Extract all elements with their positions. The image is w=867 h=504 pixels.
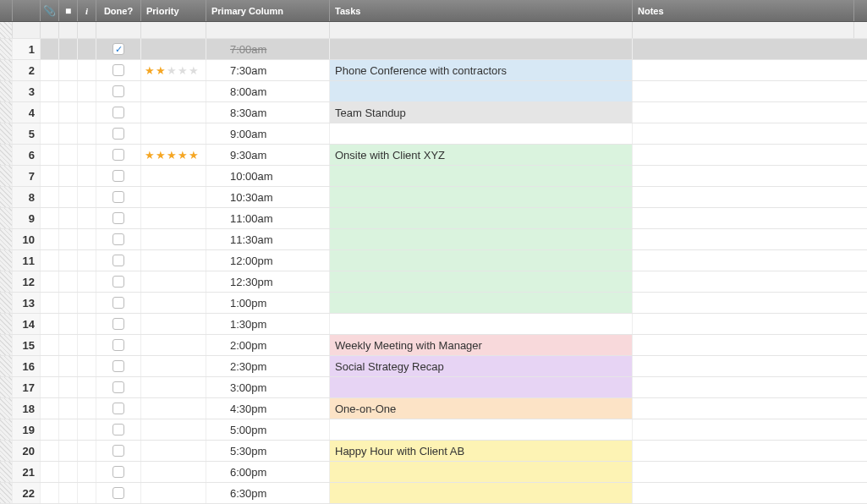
table-row[interactable]: 810:30am: [0, 187, 867, 208]
done-cell[interactable]: [96, 123, 141, 144]
primary-cell[interactable]: 10:00am: [206, 166, 330, 186]
row-number[interactable]: 11: [13, 250, 41, 271]
flag-cell[interactable]: [59, 314, 78, 334]
notes-cell[interactable]: [633, 441, 854, 461]
task-cell[interactable]: [330, 39, 633, 59]
table-row[interactable]: 162:30pmSocial Strategy Recap: [0, 356, 867, 377]
info-cell[interactable]: [78, 419, 96, 440]
done-cell[interactable]: [96, 335, 141, 355]
priority-cell[interactable]: [141, 250, 206, 271]
flag-cell[interactable]: [59, 60, 78, 80]
row-number[interactable]: 4: [13, 102, 41, 123]
priority-cell[interactable]: [141, 229, 206, 249]
primary-cell[interactable]: 9:00am: [206, 123, 330, 144]
row-number[interactable]: 21: [13, 462, 41, 482]
row-handle[interactable]: [0, 250, 13, 271]
table-row[interactable]: 1✓7:00am: [0, 39, 867, 60]
info-cell[interactable]: [78, 123, 96, 144]
done-checkbox[interactable]: [112, 255, 124, 266]
priority-cell[interactable]: [141, 187, 206, 207]
info-cell[interactable]: [78, 293, 96, 313]
table-row[interactable]: 1112:00pm: [0, 250, 867, 271]
notes-cell[interactable]: [633, 356, 854, 376]
done-checkbox[interactable]: [112, 339, 124, 351]
done-checkbox[interactable]: [112, 424, 124, 436]
attachment-cell[interactable]: [41, 208, 59, 228]
done-cell[interactable]: [96, 271, 141, 292]
info-cell[interactable]: [78, 356, 96, 376]
notes-cell[interactable]: [633, 250, 854, 271]
row-handle[interactable]: [0, 335, 13, 355]
info-header[interactable]: i: [78, 0, 96, 21]
flag-cell[interactable]: [59, 166, 78, 186]
row-number[interactable]: 3: [13, 81, 41, 101]
priority-cell[interactable]: [141, 419, 206, 440]
priority-cell[interactable]: [141, 335, 206, 355]
flag-cell[interactable]: [59, 81, 78, 101]
notes-cell[interactable]: [633, 60, 854, 80]
attachment-header[interactable]: 📎: [41, 0, 59, 21]
star-rating[interactable]: ★★★★★: [145, 149, 199, 162]
done-checkbox[interactable]: [112, 466, 124, 478]
table-row[interactable]: 216:00pm: [0, 462, 867, 483]
row-handle[interactable]: [0, 123, 13, 144]
task-cell[interactable]: [330, 462, 633, 482]
task-cell[interactable]: [330, 419, 633, 440]
attachment-cell[interactable]: [41, 229, 59, 249]
notes-cell[interactable]: [633, 462, 854, 482]
done-cell[interactable]: [96, 293, 141, 313]
flag-cell[interactable]: [59, 483, 78, 503]
priority-cell[interactable]: ★★★★★: [141, 145, 206, 165]
done-checkbox[interactable]: [112, 212, 124, 224]
done-checkbox[interactable]: [112, 360, 124, 372]
task-cell[interactable]: Social Strategy Recap: [330, 356, 633, 376]
primary-cell[interactable]: 7:30am: [206, 60, 330, 80]
attachment-cell[interactable]: [41, 271, 59, 292]
flag-cell[interactable]: [59, 187, 78, 207]
task-cell[interactable]: [330, 377, 633, 397]
table-row[interactable]: 173:00pm: [0, 377, 867, 398]
primary-cell[interactable]: 8:00am: [206, 81, 330, 101]
primary-cell[interactable]: 11:00am: [206, 208, 330, 228]
attachment-cell[interactable]: [41, 293, 59, 313]
row-number[interactable]: 17: [13, 377, 41, 397]
table-row[interactable]: 1212:30pm: [0, 271, 867, 293]
done-cell[interactable]: [96, 145, 141, 165]
primary-cell[interactable]: 1:00pm: [206, 293, 330, 313]
flag-cell[interactable]: [59, 398, 78, 419]
row-handle[interactable]: [0, 102, 13, 123]
row-handle[interactable]: [0, 229, 13, 249]
notes-cell[interactable]: [633, 335, 854, 355]
notes-cell[interactable]: [633, 293, 854, 313]
done-cell[interactable]: [96, 250, 141, 271]
task-cell[interactable]: Happy Hour with Client AB: [330, 441, 633, 461]
attachment-cell[interactable]: [41, 81, 59, 101]
notes-cell[interactable]: [633, 187, 854, 207]
row-number[interactable]: 13: [13, 293, 41, 313]
flag-cell[interactable]: [59, 462, 78, 482]
done-checkbox[interactable]: [112, 170, 124, 182]
priority-cell[interactable]: [141, 377, 206, 397]
row-number[interactable]: 14: [13, 314, 41, 334]
primary-cell[interactable]: 7:00am: [206, 39, 330, 59]
attachment-cell[interactable]: [41, 462, 59, 482]
attachment-cell[interactable]: [41, 187, 59, 207]
notes-cell[interactable]: [633, 377, 854, 397]
table-row[interactable]: 38:00am: [0, 81, 867, 102]
task-cell[interactable]: [330, 229, 633, 249]
primary-cell[interactable]: 3:00pm: [206, 377, 330, 397]
done-cell[interactable]: [96, 419, 141, 440]
flag-cell[interactable]: [59, 39, 78, 59]
info-cell[interactable]: [78, 229, 96, 249]
table-row[interactable]: 152:00pmWeekly Meeting with Manager: [0, 335, 867, 356]
filter-info[interactable]: [78, 22, 96, 38]
info-cell[interactable]: [78, 60, 96, 80]
primary-cell[interactable]: 4:30pm: [206, 398, 330, 419]
task-cell[interactable]: Team Standup: [330, 102, 633, 123]
done-cell[interactable]: [96, 102, 141, 123]
task-cell[interactable]: [330, 483, 633, 503]
row-number[interactable]: 2: [13, 60, 41, 80]
attachment-cell[interactable]: [41, 123, 59, 144]
primary-cell[interactable]: 2:30pm: [206, 356, 330, 376]
row-handle[interactable]: [0, 145, 13, 165]
